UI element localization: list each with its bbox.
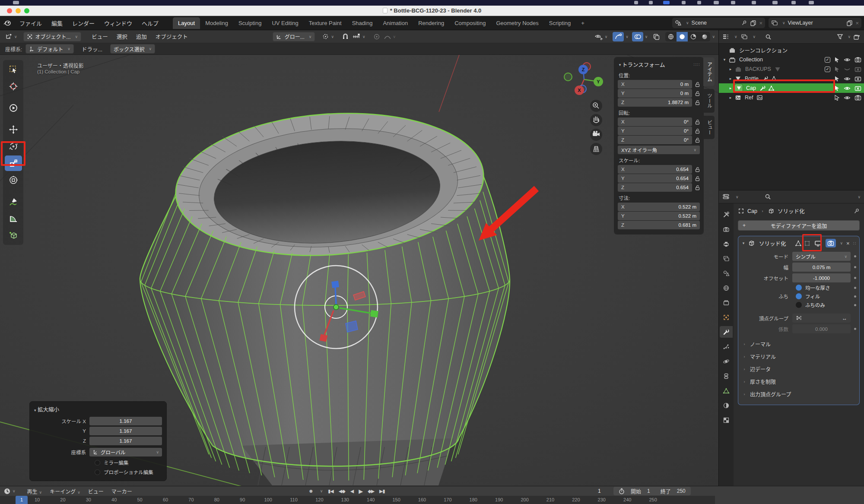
tab-item[interactable]: アイテム (703, 57, 715, 86)
end-frame-field[interactable]: 250 (677, 488, 686, 494)
apple-menu-icon[interactable] (13, 1, 19, 4)
tab-object-data[interactable] (720, 385, 733, 396)
outliner-row-bottle[interactable]: ▸ Bottle (719, 74, 864, 83)
new-viewlayer-icon[interactable] (846, 20, 853, 26)
camera-render-icon[interactable] (854, 95, 861, 101)
collapse-icon[interactable]: ▾ (34, 408, 36, 412)
current-frame-marker[interactable]: 1 (16, 496, 28, 504)
modifier-show-viewport-icon[interactable] (813, 240, 823, 247)
breadcrumb-modifier[interactable]: ソリッド化 (778, 207, 805, 215)
collapse-icon[interactable]: ▾ (618, 63, 622, 67)
number-field[interactable]: Z0.681 m (618, 221, 700, 229)
statusbar-icon[interactable] (772, 1, 778, 4)
search-icon[interactable] (765, 193, 771, 200)
unlock-icon[interactable] (695, 82, 700, 87)
start-frame-field[interactable]: 1 (647, 488, 650, 494)
number-field[interactable]: Y0 m (618, 89, 692, 98)
topbar-menu-item[interactable]: レンダー (67, 17, 99, 29)
decorator-dot[interactable] (854, 277, 856, 279)
editor-type-button[interactable] (3, 488, 11, 495)
unlock-icon[interactable] (695, 137, 700, 143)
unlock-icon[interactable] (695, 128, 700, 134)
tab-texture[interactable] (720, 414, 733, 426)
camera-view-button[interactable] (590, 129, 602, 141)
viewport-menu-item[interactable]: ビュー (87, 31, 112, 42)
chevron-down-icon[interactable]: ∨ (734, 35, 737, 39)
row-label[interactable]: Bottle (745, 76, 759, 82)
row-label[interactable]: Collection (739, 57, 763, 63)
drag-grip-icon[interactable]: ∷ (853, 241, 856, 246)
shading-material-button[interactable] (688, 32, 699, 41)
tab-particles[interactable] (720, 341, 733, 352)
row-label[interactable]: Cap (746, 85, 756, 91)
add-modifier-button[interactable]: + モディファイアーを追加 (738, 220, 860, 231)
number-field[interactable]: Z0.654 (618, 183, 692, 192)
viewlayer-name[interactable]: ViewLayer (788, 20, 844, 26)
selectability-icon[interactable] (834, 66, 840, 72)
unlock-icon[interactable] (695, 91, 700, 96)
workspace-tab[interactable]: Layout (173, 17, 200, 29)
outliner-row-cap[interactable]: ▸ Cap (719, 83, 864, 93)
chevron-down-icon[interactable]: ∨ (626, 35, 629, 39)
jump-to-end-button[interactable]: ▶▮ (379, 488, 385, 494)
chevron-down-icon[interactable]: ∨ (753, 35, 756, 39)
outliner-row-scene-collection[interactable]: シーンコレクション (719, 45, 864, 55)
unlock-icon[interactable] (695, 100, 700, 105)
auto-keyframe-record-button[interactable]: ● (309, 487, 313, 495)
number-field[interactable]: 1.167 (89, 437, 162, 445)
camera-render-off-icon[interactable] (854, 85, 861, 91)
width-field[interactable]: 0.075 m (792, 263, 851, 272)
number-field[interactable]: Z0° (618, 136, 692, 144)
even-thickness-checkbox[interactable] (796, 285, 802, 291)
statusbar-icon[interactable] (752, 1, 756, 4)
eye-closed-icon[interactable] (844, 67, 851, 72)
factor-field[interactable]: 0.000 (792, 324, 851, 333)
tab-view[interactable]: ビュー (703, 116, 715, 139)
tab-physics[interactable] (720, 355, 733, 367)
outliner-row-collection[interactable]: ▾ Collection ✓ (719, 55, 864, 64)
number-field[interactable]: X0° (618, 117, 692, 126)
search-icon[interactable] (765, 34, 772, 40)
proportional-falloff-button[interactable]: ∨ (382, 32, 398, 41)
pivot-point-button[interactable]: ∨ (320, 32, 336, 41)
chevron-down-icon[interactable]: ∨ (736, 195, 739, 199)
camera-render-icon[interactable] (854, 57, 861, 63)
camera-render-off-icon[interactable] (854, 66, 861, 72)
expand-icon[interactable]: ▸ (728, 95, 733, 100)
number-field[interactable]: 1.167 (89, 427, 162, 435)
number-field[interactable]: 1.167 (89, 417, 162, 425)
transform-orientation-selector[interactable]: グロー...∨ (273, 32, 315, 41)
play-reverse-button[interactable]: ◀ (350, 488, 353, 494)
select-mode-selector[interactable]: ボックス選択∨ (110, 44, 155, 54)
collapse-icon[interactable]: ▾ (741, 241, 746, 245)
decorator-dot[interactable] (854, 266, 856, 268)
proportional-editing-checkbox[interactable] (95, 469, 100, 475)
default-orientation-selector[interactable]: デフォルト∨ (25, 44, 74, 54)
eye-icon[interactable] (844, 95, 851, 101)
number-field[interactable]: Y0.654 (618, 174, 692, 183)
mode-selector[interactable]: シンプル∨ (792, 252, 851, 261)
previous-keyframe-button[interactable]: ◀◆ (339, 488, 345, 494)
tab-scene[interactable] (720, 267, 733, 279)
unlock-icon[interactable] (695, 167, 700, 172)
shading-wireframe-button[interactable] (665, 32, 677, 41)
tab-modifiers[interactable] (720, 326, 733, 338)
statusbar-icon[interactable] (714, 1, 719, 4)
chevron-down-icon[interactable]: ∨ (858, 195, 861, 199)
row-label[interactable]: BACKUPS (745, 66, 771, 72)
modifier-cage-icon[interactable] (804, 240, 810, 247)
move-tool[interactable] (5, 122, 22, 137)
workspace-tab[interactable]: Sculpting (233, 17, 267, 29)
measure-tool[interactable] (5, 211, 22, 226)
outliner-row-ref[interactable]: ▸ Ref (719, 93, 864, 102)
next-keyframe-button[interactable]: ◆▶ (368, 488, 374, 494)
row-label[interactable]: シーンコレクション (739, 46, 788, 54)
checkbox-icon[interactable]: ✓ (825, 57, 830, 63)
decorator-dot[interactable] (854, 328, 856, 330)
selectability-icon[interactable] (834, 95, 840, 101)
selectability-icon[interactable] (834, 85, 840, 91)
perspective-toggle-button[interactable] (590, 143, 602, 155)
scale-tool[interactable] (5, 155, 22, 171)
tab-view-layer[interactable] (720, 253, 733, 264)
statusbar-icon[interactable] (682, 1, 686, 4)
